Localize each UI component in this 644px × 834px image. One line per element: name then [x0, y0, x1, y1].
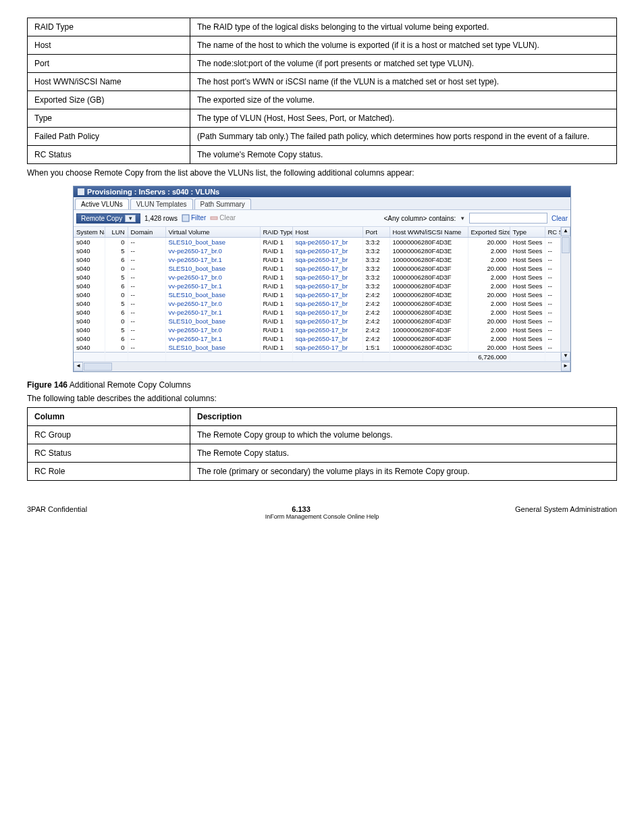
- cell-virtual-volume[interactable]: SLES10_boot_base: [165, 343, 260, 353]
- table-row[interactable]: s0405--vv-pe2650-17_br.0RAID 1sqa-pe2650…: [74, 325, 570, 334]
- cell-host[interactable]: sqa-pe2650-17_br: [292, 264, 363, 273]
- cell-lun: 0: [105, 264, 128, 273]
- cell-wwn: 10000006280F4D3F: [390, 264, 468, 273]
- cell-host[interactable]: sqa-pe2650-17_br: [292, 238, 363, 247]
- cell-wwn: 10000006280F4D3E: [390, 299, 468, 308]
- grid-header-row[interactable]: System NameLUNDomainVirtual VolumeRAID T…: [74, 227, 570, 238]
- table-row[interactable]: s0405--vv-pe2650-17_br.0RAID 1sqa-pe2650…: [74, 273, 570, 282]
- cell-virtual-volume[interactable]: SLES10_boot_base: [165, 317, 260, 325]
- clear-search-link[interactable]: Clear: [552, 215, 568, 222]
- column-header[interactable]: Exported Size (GB): [468, 227, 510, 238]
- row-count: 1,428 rows: [144, 215, 178, 222]
- cell-host[interactable]: sqa-pe2650-17_br: [292, 255, 363, 264]
- table-row[interactable]: s0400--SLES10_boot_baseRAID 1sqa-pe2650-…: [74, 343, 570, 353]
- cell-host[interactable]: sqa-pe2650-17_br: [292, 273, 363, 282]
- column-header[interactable]: LUN: [105, 227, 128, 238]
- cell-virtual-volume[interactable]: vv-pe2650-17_br.1: [165, 255, 260, 264]
- search-mode-dropdown[interactable]: ▼: [460, 215, 465, 221]
- table-row[interactable]: s0405--vv-pe2650-17_br.0RAID 1sqa-pe2650…: [74, 299, 570, 308]
- column-header[interactable]: Type: [510, 227, 545, 238]
- table-row[interactable]: s0400--SLES10_boot_baseRAID 1sqa-pe2650-…: [74, 317, 570, 325]
- cell-domain: --: [128, 343, 165, 353]
- cell-virtual-volume[interactable]: vv-pe2650-17_br.1: [165, 282, 260, 290]
- figure-caption: Figure 146 Additional Remote Copy Column…: [27, 380, 617, 390]
- hscroll-thumb[interactable]: [84, 363, 112, 371]
- cell-lun: 5: [105, 246, 128, 255]
- column-header[interactable]: System Name: [74, 227, 105, 238]
- cell-virtual-volume[interactable]: vv-pe2650-17_br.0: [165, 325, 260, 334]
- cell-system: s040: [74, 325, 105, 334]
- column-header[interactable]: Host: [292, 227, 363, 238]
- table-row[interactable]: s0406--vv-pe2650-17_br.1RAID 1sqa-pe2650…: [74, 334, 570, 343]
- column-header[interactable]: Port: [363, 227, 390, 238]
- cell-lun: 6: [105, 308, 128, 317]
- column-header[interactable]: Domain: [128, 227, 165, 238]
- cell-host[interactable]: sqa-pe2650-17_br: [292, 299, 363, 308]
- desc-val: (Path Summary tab only.) The failed path…: [190, 128, 617, 146]
- view-combo[interactable]: Remote Copy ▼: [76, 213, 140, 224]
- cell-host[interactable]: sqa-pe2650-17_br: [292, 308, 363, 317]
- cell-virtual-volume[interactable]: vv-pe2650-17_br.0: [165, 299, 260, 308]
- cell-port: 3:3:2: [363, 273, 390, 282]
- clear-filter[interactable]: Clear: [210, 214, 236, 222]
- column-header[interactable]: Host WWN/iSCSI Name: [390, 227, 468, 238]
- search-label: <Any column> contains:: [383, 215, 456, 222]
- scroll-up-icon[interactable]: ▲: [561, 227, 570, 236]
- vertical-scrollbar[interactable]: ▲ ▼: [560, 227, 570, 361]
- filter-link[interactable]: Filter: [182, 214, 206, 222]
- scroll-right-icon[interactable]: ►: [561, 362, 570, 371]
- cell-host[interactable]: sqa-pe2650-17_br: [292, 325, 363, 334]
- cell-host[interactable]: sqa-pe2650-17_br: [292, 317, 363, 325]
- scroll-down-icon[interactable]: ▼: [561, 352, 570, 361]
- cell-raid: RAID 1: [260, 308, 292, 317]
- cell-wwn: 10000006280F4D3E: [390, 246, 468, 255]
- cell-type: Host Sees: [510, 246, 545, 255]
- svg-rect-0: [182, 215, 189, 221]
- cell-wwn: 10000006280F4D3F: [390, 273, 468, 282]
- cell-type: Host Sees: [510, 282, 545, 290]
- cell-virtual-volume[interactable]: vv-pe2650-17_br.0: [165, 273, 260, 282]
- cell-virtual-volume[interactable]: SLES10_boot_base: [165, 238, 260, 247]
- column-header[interactable]: RAID Type: [260, 227, 292, 238]
- tab-path-summary[interactable]: Path Summary: [194, 199, 251, 209]
- cell-raid: RAID 1: [260, 238, 292, 247]
- cell-host[interactable]: sqa-pe2650-17_br: [292, 290, 363, 299]
- table-row[interactable]: s0405--vv-pe2650-17_br.0RAID 1sqa-pe2650…: [74, 246, 570, 255]
- column-desc-table: RAID TypeThe RAID type of the logical di…: [27, 18, 617, 164]
- search-input[interactable]: [469, 213, 547, 224]
- table-row[interactable]: s0406--vv-pe2650-17_br.1RAID 1sqa-pe2650…: [74, 255, 570, 264]
- table-row[interactable]: s0406--vv-pe2650-17_br.1RAID 1sqa-pe2650…: [74, 282, 570, 290]
- table-row[interactable]: s0400--SLES10_boot_baseRAID 1sqa-pe2650-…: [74, 264, 570, 273]
- cell-domain: --: [128, 334, 165, 343]
- cell-virtual-volume[interactable]: SLES10_boot_base: [165, 264, 260, 273]
- table-row[interactable]: s0400--SLES10_boot_baseRAID 1sqa-pe2650-…: [74, 290, 570, 299]
- scroll-thumb[interactable]: [562, 237, 570, 253]
- desc-row: Host WWN/iSCSI NameThe host port's WWN o…: [28, 73, 617, 91]
- cell-virtual-volume[interactable]: vv-pe2650-17_br.0: [165, 246, 260, 255]
- cell-system: s040: [74, 282, 105, 290]
- horizontal-scrollbar[interactable]: ◄ ►: [74, 361, 570, 371]
- scroll-left-icon[interactable]: ◄: [74, 362, 83, 371]
- cell-port: 3:3:2: [363, 246, 390, 255]
- desc-key: Failed Path Policy: [28, 128, 190, 146]
- cell-virtual-volume[interactable]: vv-pe2650-17_br.1: [165, 334, 260, 343]
- desc-row: PortThe node:slot:port of the volume (if…: [28, 55, 617, 73]
- column-header[interactable]: Virtual Volume: [165, 227, 260, 238]
- tab-active-vluns[interactable]: Active VLUNs: [75, 199, 129, 209]
- cell-host[interactable]: sqa-pe2650-17_br: [292, 282, 363, 290]
- tab-vlun-templates[interactable]: VLUN Templates: [130, 199, 193, 209]
- cell-host[interactable]: sqa-pe2650-17_br: [292, 246, 363, 255]
- table-row[interactable]: s0406--vv-pe2650-17_br.1RAID 1sqa-pe2650…: [74, 308, 570, 317]
- cell-system: s040: [74, 308, 105, 317]
- table-row[interactable]: s0400--SLES10_boot_baseRAID 1sqa-pe2650-…: [74, 238, 570, 247]
- cell-host[interactable]: sqa-pe2650-17_br: [292, 334, 363, 343]
- cell-raid: RAID 1: [260, 334, 292, 343]
- cell-virtual-volume[interactable]: SLES10_boot_base: [165, 290, 260, 299]
- desc-val: The volume's Remote Copy status.: [190, 146, 617, 164]
- view-combo-label: Remote Copy: [81, 215, 122, 222]
- desc-row: ColumnDescription: [28, 408, 617, 426]
- cell-virtual-volume[interactable]: vv-pe2650-17_br.1: [165, 308, 260, 317]
- desc-row: RC RoleThe role (primary or secondary) t…: [28, 463, 617, 481]
- cell-host[interactable]: sqa-pe2650-17_br: [292, 343, 363, 353]
- desc-key: RC Status: [28, 444, 190, 463]
